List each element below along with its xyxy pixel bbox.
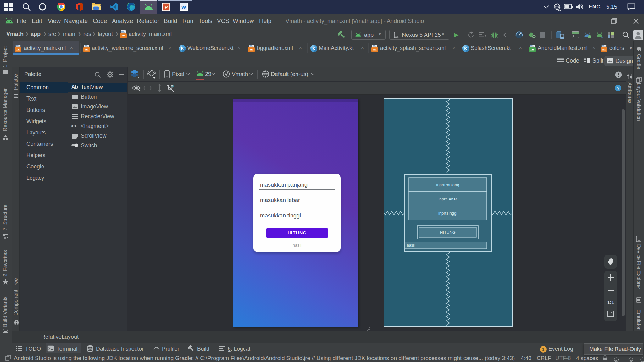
svg-text:W: W — [181, 4, 186, 10]
svg-text:HITUNG: HITUNG — [440, 230, 456, 235]
svg-text:K: K — [312, 46, 315, 51]
svg-text:K: K — [181, 46, 184, 51]
svg-text:P: P — [164, 4, 168, 10]
svg-text:?: ? — [617, 86, 619, 91]
svg-text:hasil: hasil — [407, 243, 415, 248]
svg-text:inprtTinggi: inprtTinggi — [438, 211, 457, 216]
svg-text:1: 1 — [542, 347, 545, 352]
svg-text:inprtPanjang: inprtPanjang — [436, 183, 459, 187]
svg-text:K: K — [464, 46, 467, 51]
svg-text:inprtLebar: inprtLebar — [439, 197, 457, 201]
